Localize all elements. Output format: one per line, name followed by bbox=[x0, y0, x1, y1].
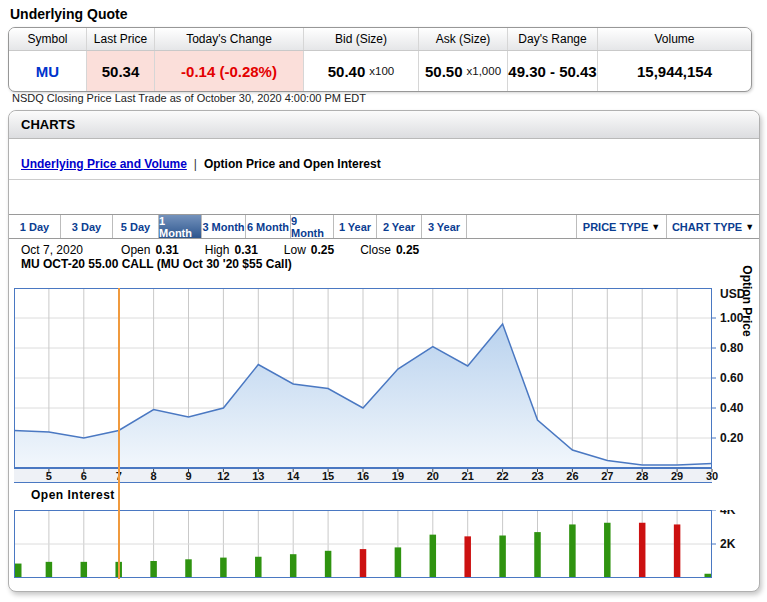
page-title: Underlying Quote bbox=[10, 6, 127, 22]
option-price-chart[interactable]: USD0.200.400.600.801.00 bbox=[14, 288, 759, 469]
quote-table-header: Symbol Last Price Today's Change Bid (Si… bbox=[9, 28, 751, 51]
bid-value: 50.40 bbox=[328, 63, 366, 80]
ohlc-readout: Oct 7, 2020Open0.31High0.31Low0.25Close0… bbox=[21, 243, 445, 257]
contract-title: MU OCT-20 55.00 CALL (MU Oct 30 '20 $55 … bbox=[21, 257, 292, 271]
svg-text:0.40: 0.40 bbox=[720, 401, 744, 415]
svg-text:27: 27 bbox=[601, 470, 613, 482]
crosshair-line bbox=[118, 288, 120, 579]
header-volume: Volume bbox=[598, 28, 751, 50]
low-label: Low bbox=[284, 243, 306, 257]
chevron-down-icon: ▼ bbox=[651, 222, 660, 232]
ask-cell: 50.50x1,000 bbox=[419, 51, 508, 91]
svg-text:2K: 2K bbox=[720, 537, 736, 551]
svg-text:22: 22 bbox=[496, 470, 508, 482]
svg-text:23: 23 bbox=[531, 470, 543, 482]
svg-text:30: 30 bbox=[706, 470, 718, 482]
range-button-6-month[interactable]: 6 Month bbox=[246, 215, 291, 238]
bid-cell: 50.40x100 bbox=[304, 51, 419, 91]
svg-text:15: 15 bbox=[322, 470, 334, 482]
range-button-2-year[interactable]: 2 Year bbox=[377, 215, 422, 238]
range-button-1-year[interactable]: 1 Year bbox=[334, 215, 377, 238]
svg-text:8: 8 bbox=[151, 470, 157, 482]
low-value: 0.25 bbox=[311, 243, 334, 257]
header-ask-size: Ask (Size) bbox=[419, 28, 508, 50]
range-toolbar: 1 Day 3 Day 5 Day 1 Month 3 Month 6 Mont… bbox=[9, 214, 759, 239]
range-button-3-year[interactable]: 3 Year bbox=[422, 215, 467, 238]
underlying-quote-table: Symbol Last Price Today's Change Bid (Si… bbox=[8, 27, 752, 92]
svg-text:9: 9 bbox=[185, 470, 191, 482]
quote-timestamp-note: NSDQ Closing Price Last Trade as of Octo… bbox=[12, 92, 366, 104]
svg-text:26: 26 bbox=[566, 470, 578, 482]
price-type-dropdown[interactable]: PRICE TYPE▼ bbox=[577, 215, 667, 238]
svg-text:5: 5 bbox=[46, 470, 52, 482]
ohlc-date: Oct 7, 2020 bbox=[21, 243, 83, 257]
svg-text:29: 29 bbox=[671, 470, 683, 482]
high-value: 0.31 bbox=[234, 243, 257, 257]
volume-value: 15,944,154 bbox=[598, 51, 751, 91]
svg-text:20: 20 bbox=[427, 470, 439, 482]
svg-text:4K: 4K bbox=[720, 510, 736, 517]
header-todays-change: Today's Change bbox=[155, 28, 304, 50]
open-label: Open bbox=[121, 243, 150, 257]
bid-size-value: x100 bbox=[369, 65, 394, 77]
header-symbol: Symbol bbox=[9, 28, 87, 50]
ask-value: 50.50 bbox=[425, 63, 463, 80]
svg-text:28: 28 bbox=[636, 470, 648, 482]
svg-text:0.20: 0.20 bbox=[720, 431, 744, 445]
high-label: High bbox=[205, 243, 230, 257]
svg-text:13: 13 bbox=[252, 470, 264, 482]
range-button-3-day[interactable]: 3 Day bbox=[61, 215, 113, 238]
svg-text:21: 21 bbox=[462, 470, 474, 482]
charts-panel: CHARTS Underlying Price and Volume|Optio… bbox=[8, 110, 760, 592]
open-interest-chart[interactable]: 2K4K bbox=[14, 510, 759, 580]
range-button-1-day[interactable]: 1 Day bbox=[9, 215, 61, 238]
quote-table-row: MU 50.34 -0.14 (-0.28%) 50.40x100 50.50x… bbox=[9, 51, 751, 91]
days-range-value: 49.30 - 50.43 bbox=[508, 51, 598, 91]
charts-panel-header: CHARTS bbox=[9, 111, 759, 139]
header-bid-size: Bid (Size) bbox=[304, 28, 419, 50]
chart-tabs: Underlying Price and Volume|Option Price… bbox=[21, 157, 381, 171]
open-value: 0.31 bbox=[155, 243, 178, 257]
close-value: 0.25 bbox=[396, 243, 419, 257]
header-days-range: Day's Range bbox=[508, 28, 598, 50]
chart-type-label: CHART TYPE bbox=[672, 221, 742, 233]
tabs-divider bbox=[9, 179, 759, 180]
toolbar-spacer bbox=[467, 215, 577, 238]
symbol-link[interactable]: MU bbox=[9, 51, 87, 91]
svg-text:12: 12 bbox=[217, 470, 229, 482]
range-button-3-month[interactable]: 3 Month bbox=[202, 215, 246, 238]
last-price-value: 50.34 bbox=[87, 51, 155, 91]
page: Underlying Quote Symbol Last Price Today… bbox=[0, 0, 767, 602]
range-button-5-day[interactable]: 5 Day bbox=[113, 215, 159, 238]
open-interest-label: Open Interest bbox=[31, 488, 115, 502]
todays-change-value: -0.14 (-0.28%) bbox=[155, 51, 304, 91]
tab-separator: | bbox=[194, 157, 197, 171]
close-label: Close bbox=[360, 243, 391, 257]
ask-size-value: x1,000 bbox=[467, 65, 502, 77]
charts-panel-title: CHARTS bbox=[21, 117, 75, 132]
tab-underlying-price-volume[interactable]: Underlying Price and Volume bbox=[21, 157, 187, 171]
tab-option-price-open-interest[interactable]: Option Price and Open Interest bbox=[204, 157, 381, 171]
option-price-axis-title: Option Price bbox=[738, 221, 754, 381]
price-type-label: PRICE TYPE bbox=[583, 221, 648, 233]
svg-text:14: 14 bbox=[287, 470, 300, 482]
range-button-1-month[interactable]: 1 Month bbox=[159, 215, 202, 238]
header-last-price: Last Price bbox=[87, 28, 155, 50]
date-axis: 56789121314151619202122232627282930 bbox=[14, 467, 759, 484]
range-button-9-month[interactable]: 9 Month bbox=[291, 215, 334, 238]
svg-text:6: 6 bbox=[81, 470, 87, 482]
svg-text:19: 19 bbox=[392, 470, 404, 482]
svg-text:16: 16 bbox=[357, 470, 369, 482]
